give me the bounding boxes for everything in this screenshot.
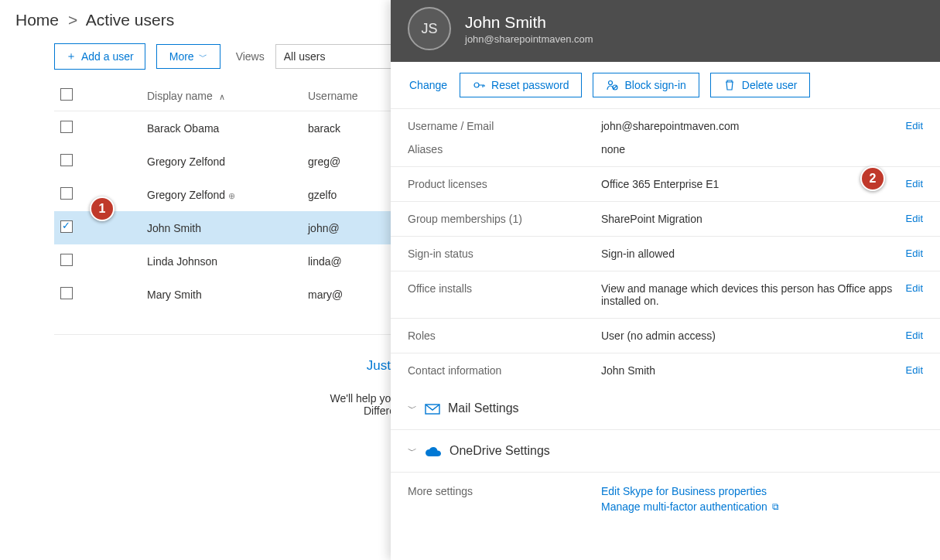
detail-row-username: Username / Emailjohn@sharepointmaven.com…: [391, 109, 940, 143]
detail-value: none: [601, 143, 906, 155]
panel-subtitle: john@sharepointmaven.com: [465, 33, 593, 45]
row-checkbox[interactable]: [60, 254, 73, 266]
detail-row-installs: Office installsView and manage which dev…: [391, 271, 940, 319]
edit-link[interactable]: Edit: [906, 364, 923, 376]
external-link-icon: ⧉: [772, 501, 779, 512]
key-icon: [473, 79, 485, 91]
detail-label: Sign-in status: [408, 248, 601, 260]
edit-link[interactable]: Edit: [906, 282, 923, 294]
breadcrumb-current: Active users: [86, 11, 174, 29]
delete-user-button[interactable]: Delete user: [710, 73, 811, 97]
select-all-checkbox[interactable]: [60, 88, 73, 101]
add-user-label: Add a user: [81, 50, 134, 63]
detail-label: Group memberships (1): [408, 213, 601, 225]
user-display-name: Mary Smith: [85, 278, 302, 311]
column-display-name[interactable]: Display name ∧: [85, 80, 302, 111]
detail-row-licenses: Product licensesOffice 365 Enterprise E1…: [391, 167, 940, 202]
trash-icon: [723, 79, 736, 91]
panel-actions: Change Reset password Block sign-in: [391, 62, 940, 109]
detail-row-roles: RolesUser (no admin access)Edit: [391, 319, 940, 353]
detail-value: Sign-in allowed: [601, 248, 906, 260]
block-signin-label: Block sign-in: [624, 79, 685, 91]
detail-label: Contact information: [408, 364, 601, 377]
onedrive-icon: [425, 445, 442, 457]
detail-row-aliases: AliasesnoneEdit: [391, 143, 940, 167]
detail-label: Roles: [408, 330, 601, 342]
plus-icon: ＋: [66, 50, 77, 63]
block-signin-button[interactable]: Block sign-in: [593, 73, 699, 97]
edit-link[interactable]: Edit: [906, 248, 923, 259]
manage-mfa-label: Manage multi-factor authentication: [601, 500, 767, 513]
sort-ascending-icon: ∧: [219, 92, 225, 101]
reset-password-label: Reset password: [491, 79, 569, 91]
more-settings-row: More settings Edit Skype for Business pr…: [391, 473, 940, 525]
chevron-down-icon: ﹀: [408, 402, 417, 415]
row-checkbox[interactable]: [60, 220, 73, 233]
more-button[interactable]: More ﹀: [156, 44, 220, 69]
detail-label: Aliases: [408, 143, 601, 155]
views-label: Views: [236, 50, 265, 63]
detail-row-contact: Contact informationJohn SmithEdit: [391, 353, 940, 388]
user-display-name: Gregory Zelfond⊕: [85, 178, 302, 211]
user-display-name: Linda Johnson: [85, 244, 302, 278]
edit-link[interactable]: Edit: [906, 120, 923, 131]
panel-title: John Smith: [465, 13, 593, 32]
edit-link[interactable]: Edit: [906, 178, 923, 190]
callout-badge-2: 2: [860, 166, 885, 191]
column-display-name-label: Display name: [147, 90, 213, 102]
block-user-icon: [606, 79, 618, 91]
status-icon: ⊕: [228, 191, 235, 200]
detail-value: View and manage which devices this perso…: [601, 282, 906, 307]
svg-point-1: [609, 81, 613, 85]
chevron-down-icon: ﹀: [408, 445, 417, 458]
mail-settings-label: Mail Settings: [448, 401, 519, 415]
manage-mfa-link[interactable]: Manage multi-factor authentication ⧉: [601, 500, 779, 513]
detail-value: john@sharepointmaven.com: [601, 120, 906, 132]
add-user-button[interactable]: ＋ Add a user: [54, 43, 145, 70]
row-checkbox[interactable]: [60, 287, 73, 299]
detail-label: Office installs: [408, 282, 601, 295]
more-settings-label: More settings: [408, 485, 601, 513]
mail-icon: [425, 402, 440, 415]
user-display-name: Barack Obama: [85, 111, 302, 145]
change-link[interactable]: Change: [408, 76, 449, 94]
mail-settings-section[interactable]: ﹀ Mail Settings: [391, 388, 940, 430]
row-checkbox[interactable]: [60, 121, 73, 133]
detail-label: Username / Email: [408, 120, 601, 132]
user-display-name: John Smith: [85, 211, 302, 244]
onedrive-settings-label: OneDrive Settings: [449, 444, 550, 458]
edit-skype-link[interactable]: Edit Skype for Business properties: [601, 485, 779, 497]
row-checkbox[interactable]: [60, 154, 73, 166]
onedrive-settings-section[interactable]: ﹀ OneDrive Settings: [391, 430, 940, 473]
detail-value: User (no admin access): [601, 330, 906, 342]
views-select[interactable]: All users: [275, 44, 391, 69]
user-detail-panel: JS John Smith john@sharepointmaven.com C…: [391, 0, 940, 560]
detail-label: Product licenses: [408, 178, 601, 190]
avatar: JS: [408, 7, 451, 50]
detail-value: SharePoint Migration: [601, 213, 906, 225]
breadcrumb-separator: >: [63, 11, 82, 29]
edit-link[interactable]: Edit: [906, 330, 923, 341]
row-checkbox[interactable]: [60, 187, 73, 200]
svg-point-0: [474, 83, 479, 87]
user-display-name: Gregory Zelfond: [85, 145, 302, 178]
more-label: More: [169, 50, 194, 63]
chevron-down-icon: ﹀: [199, 51, 207, 63]
breadcrumb-root[interactable]: Home: [15, 11, 59, 29]
callout-badge-1: 1: [90, 196, 115, 221]
detail-value: John Smith: [601, 364, 906, 377]
panel-header: JS John Smith john@sharepointmaven.com: [391, 0, 940, 62]
detail-row-signin: Sign-in statusSign-in allowedEdit: [391, 237, 940, 271]
delete-user-label: Delete user: [742, 79, 798, 91]
reset-password-button[interactable]: Reset password: [460, 73, 582, 97]
edit-link[interactable]: Edit: [906, 213, 923, 224]
detail-row-groups: Group memberships (1)SharePoint Migratio…: [391, 202, 940, 237]
